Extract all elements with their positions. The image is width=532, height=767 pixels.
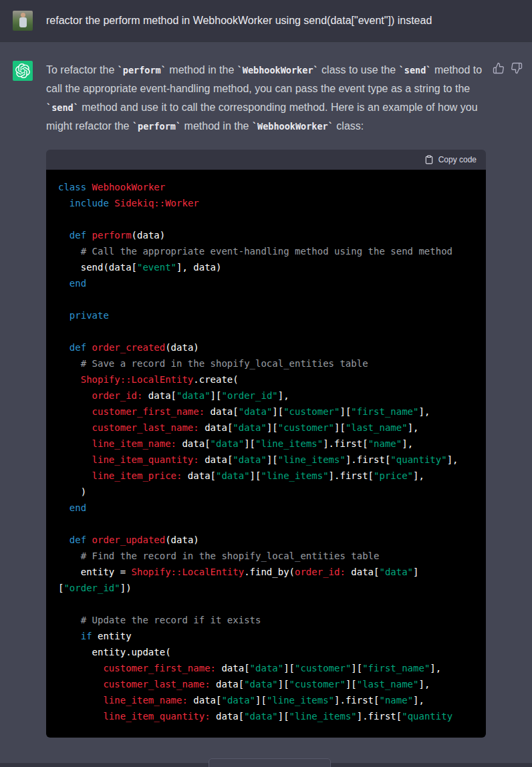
avatar-photo-detail bbox=[21, 13, 25, 17]
inline-code: `perform` bbox=[132, 121, 181, 132]
code-line: include Sidekiq::Worker bbox=[58, 195, 481, 211]
code-block-header: Copy code bbox=[46, 150, 486, 170]
code-line: line_item_quantity: data["data"]["line_i… bbox=[58, 452, 481, 468]
avatar-photo-detail bbox=[19, 17, 27, 27]
code-line: def order_created(data) bbox=[58, 339, 481, 355]
assistant-message-row: To refactor the `perform` method in the … bbox=[0, 41, 532, 763]
code-line bbox=[58, 596, 481, 612]
code-block: Copy code class WebhookWorker include Si… bbox=[46, 150, 486, 738]
paragraph-text: class: bbox=[334, 120, 364, 132]
code-line: ) bbox=[58, 484, 481, 500]
code-line: # Update the record if it exists bbox=[58, 612, 481, 628]
copy-code-label: Copy code bbox=[438, 155, 477, 164]
code-line: line_item_quantity: data["data"]["line_i… bbox=[58, 708, 481, 724]
code-line: class WebhookWorker bbox=[58, 179, 481, 195]
code-line: order_id: data["data"]["order_id"], bbox=[58, 388, 481, 404]
thumbs-up-icon bbox=[493, 62, 505, 74]
paragraph-text: method in the bbox=[181, 120, 252, 132]
message-actions bbox=[493, 61, 523, 74]
code-line: def order_updated(data) bbox=[58, 532, 481, 548]
user-message-row: refactor the perform method in WebhookWo… bbox=[0, 0, 532, 41]
inline-code: `send` bbox=[46, 102, 79, 113]
inline-code: `WebhookWorker` bbox=[237, 65, 319, 75]
code-line: customer_first_name: data["data"]["custo… bbox=[58, 404, 481, 420]
inline-code: `send` bbox=[399, 65, 432, 75]
copy-code-button[interactable]: Copy code bbox=[424, 155, 477, 164]
code-line bbox=[58, 323, 481, 339]
assistant-paragraph: To refactor the `perform` method in the … bbox=[46, 61, 486, 136]
code-line: line_item_price: data["data"]["line_item… bbox=[58, 468, 481, 484]
code-line: if entity bbox=[58, 628, 481, 644]
code-line: private bbox=[58, 307, 481, 323]
code-line: entity = Shopify::LocalEntity.find_by(or… bbox=[58, 564, 481, 580]
inline-code: `WebhookWorker` bbox=[252, 121, 334, 132]
regenerate-button[interactable] bbox=[209, 758, 331, 767]
code-line: ["order_id"]) bbox=[58, 580, 481, 596]
paragraph-text: class to use the bbox=[319, 64, 399, 75]
code-line: # Save a record in the shopify_local_ent… bbox=[58, 355, 481, 371]
code-line: line_item_name: data["data"]["line_items… bbox=[58, 692, 481, 708]
code-line: line_item_name: data["data"]["line_items… bbox=[58, 436, 481, 452]
paragraph-text: method in the bbox=[166, 64, 237, 75]
user-message-text: refactor the perform method in WebhookWo… bbox=[46, 11, 486, 29]
code-line: # Call the appropriate event-handling me… bbox=[58, 243, 481, 259]
code-line: customer_last_name: data["data"]["custom… bbox=[58, 420, 481, 436]
code-line: end bbox=[58, 500, 481, 516]
code-line bbox=[58, 211, 481, 227]
code-line: end bbox=[58, 275, 481, 291]
code-line: customer_first_name: data["data"]["custo… bbox=[58, 660, 481, 676]
code-line: # Find the record in the shopify_local_e… bbox=[58, 548, 481, 564]
thumbs-down-icon bbox=[511, 62, 523, 74]
code-line: customer_last_name: data["data"]["custom… bbox=[58, 676, 481, 692]
thumbs-up-button[interactable] bbox=[493, 62, 505, 74]
code-line: def perform(data) bbox=[58, 227, 481, 243]
chatgpt-avatar bbox=[13, 61, 33, 81]
user-avatar bbox=[13, 11, 33, 31]
code-line bbox=[58, 516, 481, 532]
code-line bbox=[58, 291, 481, 307]
thumbs-down-button[interactable] bbox=[511, 62, 523, 74]
inline-code: `perform` bbox=[118, 65, 166, 75]
code-line: send(data["event"], data) bbox=[58, 259, 481, 275]
paragraph-text: To refactor the bbox=[46, 64, 118, 75]
code-content: class WebhookWorker include Sidekiq::Wor… bbox=[46, 170, 486, 738]
clipboard-icon bbox=[424, 155, 434, 164]
code-line: entity.update( bbox=[58, 644, 481, 660]
openai-logo-icon bbox=[15, 63, 30, 78]
code-line: Shopify::LocalEntity.create( bbox=[58, 371, 481, 388]
